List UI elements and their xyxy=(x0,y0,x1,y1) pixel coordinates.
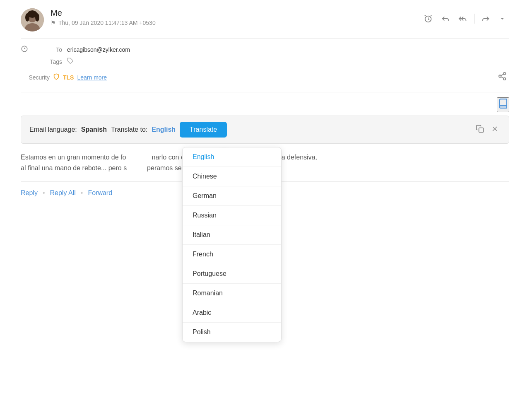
sender-name: Me xyxy=(51,8,156,18)
security-info: Security TLS Learn more xyxy=(21,73,107,82)
forward-action[interactable]: Forward xyxy=(88,189,112,197)
meta-section: To ericagibson@zylker.com Tags Security xyxy=(21,39,509,92)
tags-row: Tags xyxy=(21,56,509,68)
tags-label: Tags xyxy=(33,58,62,65)
dropdown-item-russian[interactable]: Russian xyxy=(183,206,281,225)
reply-button[interactable] xyxy=(438,12,453,26)
expand-recipients-button[interactable] xyxy=(21,45,28,54)
tls-shield-icon xyxy=(53,73,60,82)
translate-button[interactable]: Translate xyxy=(180,122,227,138)
avatar xyxy=(21,8,44,31)
svg-point-11 xyxy=(504,78,506,80)
dropdown-item-chinese[interactable]: Chinese xyxy=(183,167,281,186)
copy-button[interactable] xyxy=(474,123,486,137)
to-address: ericagibson@zylker.com xyxy=(67,46,130,53)
translate-to-prefix: Translate to: xyxy=(111,126,147,133)
sender-section: Me ⚑ Thu, 09 Jan 2020 11:47:13 AM +0530 xyxy=(21,8,156,31)
svg-line-13 xyxy=(501,74,504,76)
dropdown-item-portuguese[interactable]: Portuguese xyxy=(183,264,281,284)
action-divider xyxy=(474,14,475,24)
tag-icon xyxy=(67,58,74,66)
email-container: Me ⚑ Thu, 09 Jan 2020 11:47:13 AM +0530 xyxy=(8,0,522,212)
more-actions-button[interactable] xyxy=(495,12,509,25)
email-language-prefix: Email language: xyxy=(29,126,77,133)
to-row: To ericagibson@zylker.com xyxy=(21,43,509,56)
dropdown-item-romanian[interactable]: Romanian xyxy=(183,284,281,303)
dot-separator-2: • xyxy=(81,189,83,197)
dropdown-item-german[interactable]: German xyxy=(183,186,281,206)
translation-bar-actions xyxy=(474,123,501,137)
translation-bar-left: Email language: Spanish Translate to: En… xyxy=(29,122,464,138)
sender-date: ⚑ Thu, 09 Jan 2020 11:47:13 AM +0530 xyxy=(51,19,156,26)
dropdown-item-french[interactable]: French xyxy=(183,245,281,264)
sender-info: Me ⚑ Thu, 09 Jan 2020 11:47:13 AM +0530 xyxy=(51,8,156,26)
reply-action[interactable]: Reply xyxy=(21,189,38,197)
send-datetime: Thu, 09 Jan 2020 11:47:13 AM +0530 xyxy=(58,19,156,26)
alarm-button[interactable] xyxy=(420,12,436,26)
flag-icon: ⚑ xyxy=(51,19,56,26)
svg-point-9 xyxy=(504,72,506,75)
svg-point-4 xyxy=(25,13,29,22)
translation-bar: Email language: Spanish Translate to: En… xyxy=(21,116,509,144)
email-language-name: Spanish xyxy=(81,126,107,133)
svg-line-12 xyxy=(501,77,504,78)
dropdown-item-arabic[interactable]: Arabic xyxy=(183,303,281,323)
dropdown-item-polish[interactable]: Polish xyxy=(183,323,281,342)
language-dropdown: EnglishChineseGermanRussianItalianFrench… xyxy=(182,147,282,342)
reply-all-button[interactable] xyxy=(455,12,471,26)
dot-separator-1: • xyxy=(43,189,45,197)
svg-rect-15 xyxy=(479,128,484,132)
share-button[interactable] xyxy=(495,69,509,85)
dropdown-item-italian[interactable]: Italian xyxy=(183,225,281,245)
tls-label: TLS xyxy=(63,74,74,81)
security-label: Security xyxy=(21,74,50,81)
header-actions xyxy=(420,8,509,26)
security-row: Security TLS Learn more xyxy=(21,68,509,87)
close-translation-button[interactable] xyxy=(489,123,501,137)
translation-section: Email language: Spanish Translate to: En… xyxy=(21,116,509,144)
learn-more-link[interactable]: Learn more xyxy=(77,74,107,81)
svg-point-5 xyxy=(35,13,39,22)
translate-book-button[interactable] xyxy=(497,97,509,112)
forward-button[interactable] xyxy=(478,12,494,26)
to-label: To xyxy=(33,46,62,53)
translate-icon-bar xyxy=(21,92,509,116)
translate-to-language[interactable]: English xyxy=(152,126,176,133)
email-header: Me ⚑ Thu, 09 Jan 2020 11:47:13 AM +0530 xyxy=(21,8,509,39)
dropdown-item-english[interactable]: English xyxy=(183,147,281,167)
language-dropdown-list: EnglishChineseGermanRussianItalianFrench… xyxy=(183,147,281,342)
svg-point-10 xyxy=(499,75,501,77)
reply-all-action[interactable]: Reply All xyxy=(50,189,76,197)
